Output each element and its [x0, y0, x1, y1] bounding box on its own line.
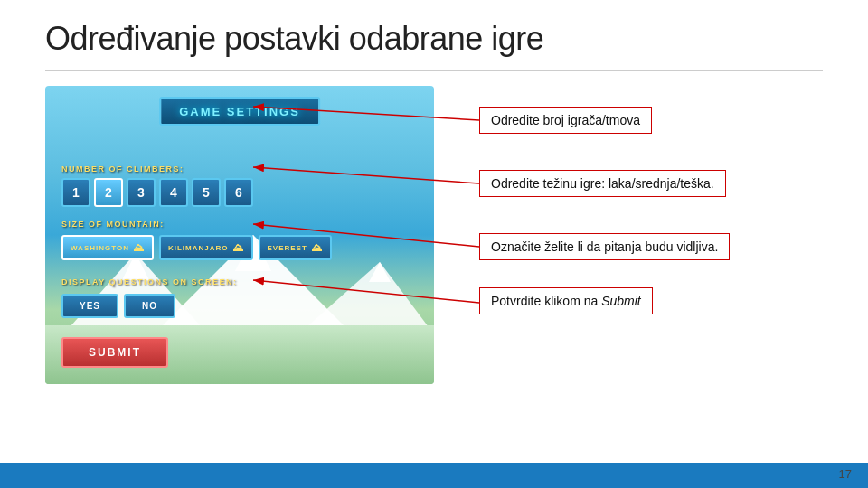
- title-divider: [45, 70, 823, 71]
- mountain-everest[interactable]: EVEREST ⛰: [259, 235, 332, 260]
- game-settings-bar: GAME SETTINGS: [159, 97, 320, 126]
- submit-annotation-text: Potvrdite klikom na: [491, 294, 601, 308]
- display-questions-label: DISPLAY QUESTIONS ON SCREEN:: [61, 277, 238, 286]
- num-btn-2[interactable]: 2: [94, 178, 123, 207]
- num-btn-5[interactable]: 5: [192, 178, 221, 207]
- submit-button[interactable]: SUBMIT: [61, 337, 168, 368]
- page-number: 17: [839, 467, 852, 481]
- number-of-climbers-label: NUMBER OF CLIMBERS:: [61, 164, 184, 174]
- annotation-mountain: Odredite težinu igre: laka/srednja/teška…: [479, 170, 726, 197]
- washington-label: WASHINGTON: [71, 244, 129, 252]
- everest-label: EVEREST: [268, 244, 307, 252]
- yesno-row: YES NO: [61, 294, 175, 318]
- mountain-row: WASHINGTON ⛰ KILIMANJARO ⛰ EVEREST ⛰: [61, 235, 332, 260]
- mountain-washington[interactable]: WASHINGTON ⛰: [61, 235, 154, 260]
- bottom-bar: [0, 463, 868, 488]
- no-button[interactable]: NO: [124, 294, 175, 318]
- num-btn-1[interactable]: 1: [61, 178, 90, 207]
- num-btn-3[interactable]: 3: [127, 178, 156, 207]
- annotation-submit: Potvrdite klikom na Submit: [479, 287, 653, 314]
- num-btn-6[interactable]: 6: [224, 178, 253, 207]
- game-panel: GAME SETTINGS NUMBER OF CLIMBERS: 1 2 3 …: [45, 86, 434, 384]
- annotation-players: Odredite broj igrača/tmova: [479, 107, 652, 134]
- page-title: Određivanje postavki odabrane igre: [45, 20, 543, 58]
- number-row: 1 2 3 4 5 6: [61, 178, 253, 207]
- annotation-questions: Označite želite li da pitanja budu vidlj…: [479, 233, 730, 260]
- kilimanjaro-icon: ⛰: [232, 241, 244, 254]
- kilimanjaro-label: KILIMANJARO: [168, 244, 229, 252]
- num-btn-4[interactable]: 4: [159, 178, 188, 207]
- svg-marker-2: [298, 262, 434, 334]
- game-settings-label: GAME SETTINGS: [179, 105, 300, 118]
- washington-icon: ⛰: [133, 241, 145, 254]
- submit-annotation-italic: Submit: [601, 294, 641, 308]
- mountain-kilimanjaro[interactable]: KILIMANJARO ⛰: [159, 235, 253, 260]
- size-of-mountain-label: SIZE OF MOUNTAIN:: [61, 220, 165, 229]
- yes-button[interactable]: YES: [61, 294, 118, 318]
- everest-icon: ⛰: [311, 241, 323, 254]
